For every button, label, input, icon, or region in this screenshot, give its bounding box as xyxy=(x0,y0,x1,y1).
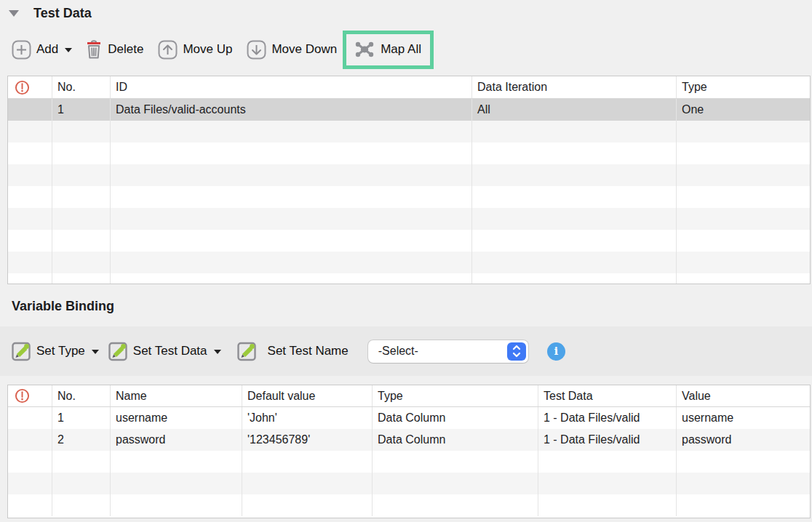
empty-row xyxy=(8,142,810,164)
set-test-name-button[interactable]: Set Test Name xyxy=(237,342,349,361)
empty-row xyxy=(8,494,810,516)
variable-row-1[interactable]: 1 username 'John' Data Column 1 - Data F… xyxy=(8,407,810,429)
map-all-label: Map All xyxy=(381,42,421,57)
add-label: Add xyxy=(36,42,58,57)
map-all-button[interactable]: Map All xyxy=(354,40,421,60)
variable-binding-header: Variable Binding xyxy=(12,299,114,314)
cell-name: password xyxy=(111,429,242,451)
variable-binding-table-header: No. Name Default value Type Test Data Va… xyxy=(8,385,810,407)
move-up-label: Move Up xyxy=(183,42,232,57)
set-type-button[interactable]: Set Type xyxy=(12,342,99,361)
add-button[interactable]: Add xyxy=(12,40,72,60)
warning-icon xyxy=(15,80,30,95)
cell-value: username xyxy=(677,407,810,429)
warning-icon xyxy=(15,388,30,403)
select-value: -Select- xyxy=(378,345,418,358)
move-up-button[interactable]: Move Up xyxy=(158,40,232,60)
set-type-caret-icon xyxy=(92,350,99,354)
cell-type: Data Column xyxy=(373,407,538,429)
cell-value: password xyxy=(677,429,810,451)
empty-row xyxy=(8,208,810,230)
set-test-name-label: Set Test Name xyxy=(268,344,349,358)
empty-row xyxy=(8,186,810,208)
info-icon[interactable]: i xyxy=(547,342,565,361)
plus-icon xyxy=(12,40,31,60)
test-data-row-1[interactable]: 1 Data Files/valid-accounts All One xyxy=(8,99,810,121)
add-dropdown-caret-icon xyxy=(65,48,72,52)
cell-test-data: 1 - Data Files/valid xyxy=(538,429,677,451)
test-data-table: No. ID Data Iteration Type 1 Data Files/… xyxy=(7,76,811,284)
empty-row xyxy=(8,273,810,284)
select-stepper-icon xyxy=(507,342,526,361)
column-header-id: ID xyxy=(111,76,472,98)
warning-column-header xyxy=(8,76,52,98)
cell-default-value: '123456789' xyxy=(242,429,373,451)
cell-name: username xyxy=(111,407,242,429)
variable-binding-title: Variable Binding xyxy=(12,299,114,313)
arrow-down-icon xyxy=(247,40,266,60)
arrow-up-icon xyxy=(158,40,178,60)
collapse-triangle-icon[interactable] xyxy=(9,10,19,17)
column-header-no: No. xyxy=(52,385,111,406)
empty-row xyxy=(8,252,810,273)
cell-no: 2 xyxy=(52,429,111,451)
column-header-default-value: Default value xyxy=(242,385,373,406)
edit-pencil-icon xyxy=(237,342,257,361)
variable-row-2[interactable]: 2 password '123456789' Data Column 1 - D… xyxy=(8,429,810,451)
test-data-toolbar: Add Delete Move Up xyxy=(12,31,434,68)
cell-type: Data Column xyxy=(373,429,538,451)
cell-id: Data Files/valid-accounts xyxy=(111,99,472,121)
test-data-table-header: No. ID Data Iteration Type xyxy=(8,76,810,99)
column-header-data-iteration: Data Iteration xyxy=(472,76,677,98)
warning-column-header xyxy=(8,385,52,406)
empty-row xyxy=(8,473,810,494)
empty-row xyxy=(8,451,810,473)
cell-default-value: 'John' xyxy=(242,407,373,429)
empty-row xyxy=(8,164,810,186)
edit-pencil-icon xyxy=(108,342,128,361)
empty-row xyxy=(8,121,810,142)
column-header-no: No. xyxy=(52,76,111,98)
map-all-icon xyxy=(354,40,375,60)
test-data-section-header: Test Data xyxy=(9,6,92,21)
set-type-label: Set Type xyxy=(36,344,85,358)
variable-select-dropdown[interactable]: -Select- xyxy=(368,340,528,363)
cell-type: One xyxy=(677,99,810,121)
cell-no: 1 xyxy=(52,99,111,121)
empty-row xyxy=(8,230,810,252)
set-test-data-label: Set Test Data xyxy=(133,344,207,358)
edit-pencil-icon xyxy=(12,342,31,361)
move-down-button[interactable]: Move Down xyxy=(247,40,337,60)
cell-data-iteration: All xyxy=(472,99,677,121)
set-test-data-caret-icon xyxy=(214,350,221,354)
trash-icon xyxy=(85,39,103,60)
column-header-name: Name xyxy=(111,385,242,406)
column-header-test-data: Test Data xyxy=(538,385,677,406)
move-down-label: Move Down xyxy=(271,42,337,57)
map-all-highlight-box: Map All xyxy=(343,31,434,69)
column-header-value: Value xyxy=(677,385,810,406)
cell-no: 1 xyxy=(52,407,111,429)
variable-binding-table: No. Name Default value Type Test Data Va… xyxy=(7,385,811,518)
set-test-data-button[interactable]: Set Test Data xyxy=(108,342,221,361)
delete-button[interactable]: Delete xyxy=(85,39,143,60)
cell-test-data: 1 - Data Files/valid xyxy=(538,407,677,429)
column-header-type: Type xyxy=(373,385,538,406)
variable-binding-toolbar: Set Type Set Test Data Set Test Name xyxy=(0,326,812,376)
delete-label: Delete xyxy=(108,42,143,57)
test-data-title: Test Data xyxy=(33,6,92,21)
column-header-type: Type xyxy=(677,76,810,98)
